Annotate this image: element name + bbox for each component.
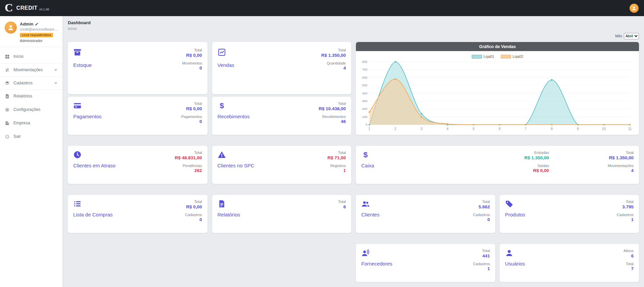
- svg-text:5: 5: [473, 127, 475, 131]
- card-title[interactable]: Usuários: [505, 261, 525, 266]
- card-left: $Recebimentos: [218, 101, 250, 130]
- power-icon: [5, 134, 10, 139]
- sidebar-item-relatorios[interactable]: Relatórios: [0, 89, 62, 103]
- store-badge: LOJA TAQUARITINGA: [20, 33, 53, 37]
- stat-value: 1: [631, 217, 634, 223]
- sidebar-item-empresa[interactable]: Empresa: [0, 116, 62, 130]
- stat-value: R$ 0,00: [186, 106, 202, 112]
- sidebar-avatar: [5, 22, 17, 34]
- svg-text:500: 500: [362, 83, 367, 87]
- card-relatorios[interactable]: RelatóriosTotal6: [212, 195, 352, 233]
- card-title[interactable]: Lista de Compras: [73, 212, 113, 217]
- stat-group: Total6: [338, 200, 346, 228]
- card-title[interactable]: Fornecedores: [361, 261, 393, 266]
- svg-text:9: 9: [577, 127, 579, 131]
- sidebar-item-label: Cadastros: [13, 81, 33, 85]
- card-recebimentos[interactable]: $RecebimentosTotalR$ 10.438,00Recebiment…: [212, 97, 352, 135]
- month-select[interactable]: Abril: [624, 33, 639, 39]
- stat-label: Cadastros: [473, 213, 490, 217]
- card-title[interactable]: Produtos: [505, 212, 525, 217]
- card-usuarios[interactable]: UsuáriosAtivos6Total7: [500, 244, 639, 282]
- stat-value: 0: [199, 119, 202, 125]
- card-left: Fornecedores: [361, 249, 393, 277]
- month-filter: Mês Abril: [68, 33, 639, 39]
- legend-item-loja02[interactable]: Loja02: [501, 54, 523, 58]
- card-left: Clientes em Atraso: [73, 151, 116, 179]
- archive-icon: [73, 48, 82, 56]
- sidebar-item-sair[interactable]: Sair: [0, 130, 62, 143]
- card-lista-de-compras[interactable]: Lista de ComprasTotalR$ 0,00Cadastros0: [68, 195, 208, 233]
- card-left: Usuários: [505, 249, 525, 277]
- card-title[interactable]: Clientes no SPC: [218, 163, 255, 168]
- gear-icon: [5, 107, 10, 112]
- card-estoque[interactable]: EstoqueTotalR$ 0,00Movimentos0: [68, 42, 208, 94]
- svg-text:1: 1: [368, 127, 370, 131]
- card-left: Clientes no SPC: [218, 151, 255, 179]
- stat-label: Total: [194, 200, 202, 204]
- card-fornecedores[interactable]: FornecedoresTotal441Cadastros1: [356, 244, 495, 282]
- card-caixa[interactable]: $CaixaEntradasR$ 1.350,00SaídasR$ 0,00To…: [356, 146, 639, 184]
- stat-value: R$ 1.350,00: [609, 155, 634, 161]
- sidebar-item-inicio[interactable]: Início: [0, 50, 62, 63]
- svg-text:7: 7: [525, 127, 527, 131]
- sidebar-menu: InícioMovimentaçõesCadastrosRelatóriosCo…: [0, 47, 62, 143]
- card-clientes-no-spc[interactable]: Clientes no SPCTotalR$ 71,00Registros1: [212, 146, 352, 184]
- stat-group: TotalR$ 0,00Movimentos0: [182, 48, 202, 89]
- topbar: C CREDIT v0.1.88: [0, 0, 644, 16]
- stat-value: 7: [631, 266, 634, 272]
- page-title: Dashboard: [68, 20, 639, 25]
- stat-label: Total: [338, 101, 346, 106]
- home-icon: [5, 54, 10, 59]
- stat-value: 1: [343, 168, 346, 174]
- card-clientes[interactable]: ClientesTotal5.662Cadastros0: [356, 195, 495, 233]
- svg-text:600: 600: [362, 76, 367, 79]
- person-icon: [7, 24, 14, 31]
- card-title[interactable]: Pagamentos: [73, 114, 101, 119]
- card-title[interactable]: Caixa: [361, 163, 374, 168]
- stat-value: R$ 0,00: [186, 204, 202, 210]
- stat-label: Cadastros: [617, 213, 634, 217]
- list-icon: [73, 200, 82, 208]
- stat-label: Total: [482, 200, 490, 204]
- stat-label: Registros: [330, 164, 346, 168]
- stat-value: R$ 1.350,00: [321, 53, 346, 58]
- stat-group: TotalR$ 10.438,00Recebimentos46: [319, 101, 346, 130]
- stat-value: 441: [482, 253, 490, 259]
- sidebar-item-cadastros[interactable]: Cadastros: [0, 76, 62, 90]
- stat-label: Total: [338, 200, 346, 204]
- stat-value: 3.795: [622, 204, 634, 210]
- card-title[interactable]: Clientes em Atraso: [73, 163, 116, 168]
- stat-label: Total: [626, 262, 634, 266]
- card-left: Relatórios: [218, 200, 240, 228]
- card-produtos[interactable]: ProdutosTotal3.795Cadastros1: [500, 195, 639, 233]
- dollar-icon: $: [361, 151, 370, 159]
- card-vendas[interactable]: VendasTotalR$ 1.350,00Quantidade4: [212, 42, 352, 94]
- legend-item-loja01[interactable]: Loja01: [472, 54, 494, 58]
- svg-text:$: $: [363, 151, 368, 159]
- legend-label: Loja02: [513, 54, 523, 58]
- user-avatar-button[interactable]: [630, 4, 639, 13]
- card-title[interactable]: Vendas: [218, 62, 234, 68]
- cards-grid: EstoqueTotalR$ 0,00Movimentos0Pagamentos…: [68, 42, 639, 287]
- chart-area: 01002003004005006007008001234567891011: [356, 60, 639, 133]
- sidebar-item-label: Movimentações: [13, 68, 43, 72]
- svg-text:8: 8: [551, 127, 553, 131]
- sidebar-item-label: Configurações: [13, 107, 41, 112]
- stat-value: 4: [343, 66, 346, 71]
- sidebar-item-configuracoes[interactable]: Configurações: [0, 103, 62, 116]
- pencil-icon[interactable]: [35, 22, 39, 26]
- svg-text:400: 400: [362, 91, 367, 95]
- stat-value: R$ 0,00: [533, 168, 549, 174]
- stat-value: 0: [199, 217, 202, 223]
- sidebar-item-movimentacoes[interactable]: Movimentações: [0, 63, 62, 77]
- card-title[interactable]: Clientes: [361, 212, 379, 217]
- svg-text:0: 0: [366, 123, 367, 126]
- svg-text:$: $: [220, 101, 224, 110]
- card-title[interactable]: Recebimentos: [218, 114, 250, 119]
- card-pagamentos[interactable]: PagamentosTotalR$ 0,00Pagamentos0: [68, 97, 208, 135]
- card-title[interactable]: Relatórios: [218, 212, 240, 217]
- card-clientes-em-atraso[interactable]: Clientes em AtrasoTotalR$ 48.831,00Pendê…: [68, 146, 208, 184]
- svg-text:800: 800: [362, 60, 367, 64]
- card-title[interactable]: Estoque: [73, 62, 92, 68]
- users-icon: [361, 200, 370, 208]
